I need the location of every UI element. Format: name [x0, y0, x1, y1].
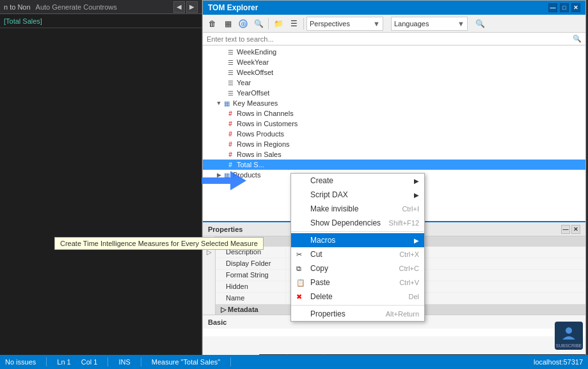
field-icon: ☰	[226, 58, 235, 67]
ctx-paste-icon: 📋	[296, 279, 306, 287]
list-item[interactable]: ▼ ▦ Key Measures	[203, 98, 585, 108]
tom-toolbar: 🗑 ▦ ⊕ 🔍 📁 ☰ Perspectives ▼ Languages ▼ 🔍	[203, 15, 585, 33]
item-label: WeekOffset	[237, 69, 273, 76]
tom-close-btn[interactable]: ✕	[571, 3, 580, 12]
table-icon: ▦	[222, 99, 231, 108]
status-sep-2	[107, 357, 108, 366]
ctx-sep-2	[291, 305, 424, 306]
measure-icon: #	[226, 129, 235, 138]
tom-titlebar: TOM Explorer — □ ✕	[203, 1, 585, 15]
ctx-paste[interactable]: 📋 Paste Ctrl+V	[291, 275, 424, 290]
perspectives-dropdown[interactable]: Perspectives ▼	[306, 17, 383, 31]
status-bar: No issues Ln 1 Col 1 INS Measure "Total …	[0, 355, 588, 369]
svg-text:⊕: ⊕	[241, 20, 246, 28]
languages-dropdown[interactable]: Languages ▼	[391, 17, 468, 31]
search-input[interactable]	[207, 35, 570, 43]
ctx-properties[interactable]: Properties Alt+Return	[291, 307, 424, 321]
field-icon: ☰	[226, 88, 235, 97]
field-icon: ☰	[226, 47, 235, 56]
ctx-macros[interactable]: Macros ▶	[291, 233, 424, 247]
left-header-text: n to Non	[4, 3, 31, 11]
ctx-copy-icon: ⧉	[296, 265, 306, 273]
toolbar-extra-btn[interactable]: 🔍	[473, 17, 487, 31]
list-item[interactable]: ☰ YearOffset	[203, 88, 585, 98]
item-label: YearOffset	[237, 89, 269, 97]
auto-generate-label: Auto Generate Countrows	[36, 3, 117, 11]
item-label: Rows in Sales	[237, 151, 282, 158]
formula-bar: [Total Sales]	[0, 14, 202, 28]
status-ins: INS	[118, 358, 130, 366]
ctx-delete-icon: ✖	[296, 293, 306, 301]
props-close-btn[interactable]: ✕	[571, 225, 580, 234]
list-item[interactable]: ☰ WeekYear	[203, 57, 585, 67]
ctx-create[interactable]: Create ▶	[291, 174, 424, 188]
toolbar-sep-1	[268, 18, 269, 29]
props-label-hidden: Hidden	[216, 281, 286, 292]
left-editor	[0, 28, 202, 341]
list-item[interactable]: ☰ Year	[203, 78, 585, 88]
status-no-issues: No issues	[5, 358, 36, 366]
ctx-make-invisible[interactable]: Make invisible Ctrl+I	[291, 202, 424, 216]
props-controls: — ✕	[561, 225, 580, 234]
search-icon: 🔍	[573, 35, 582, 43]
tom-search-bar: 🔍	[203, 33, 585, 45]
props-label-display-folder: Display Folder	[216, 258, 286, 269]
nav-back-btn[interactable]: ◀	[173, 1, 185, 13]
measure-icon: #	[226, 119, 235, 128]
toolbar-sep-2	[303, 18, 304, 29]
item-label: Rows in Channels	[237, 110, 294, 117]
list-item[interactable]: # Rows in Sales	[203, 149, 585, 160]
ctx-cut[interactable]: ✂ Cut Ctrl+X	[291, 247, 424, 261]
list-item[interactable]: ☰ WeekOffset	[203, 67, 585, 78]
toolbar-delete-btn[interactable]: 🗑	[205, 17, 219, 31]
list-item-total-sales[interactable]: # Total S...	[203, 160, 585, 170]
list-item[interactable]: # Rows in Channels	[203, 108, 585, 119]
toolbar-add-btn[interactable]: ⊕	[236, 17, 250, 31]
props-label-format-string: Format String	[216, 270, 286, 281]
status-server: localhost:57317	[534, 358, 583, 366]
list-item[interactable]: # Rows in Customers	[203, 119, 585, 129]
item-label: Rows in Customers	[237, 120, 298, 127]
status-ln: Ln 1	[57, 358, 70, 366]
field-icon: ☰	[226, 78, 235, 87]
ctx-sep-1	[291, 231, 424, 232]
nav-arrows: ◀ ▶	[173, 1, 198, 13]
ctx-copy[interactable]: ⧉ Copy Ctrl+C	[291, 261, 424, 275]
status-measure: Measure "Total Sales"	[152, 358, 220, 366]
svg-point-3	[566, 327, 572, 334]
context-menu: Create ▶ Script DAX ▶ Make invisible Ctr…	[290, 173, 425, 322]
ctx-show-dependencies[interactable]: Show Dependencies Shift+F12	[291, 216, 424, 230]
ctx-script-dax[interactable]: Script DAX ▶	[291, 188, 424, 202]
ctx-delete[interactable]: ✖ Delete Del	[291, 290, 424, 304]
toolbar-grid-btn[interactable]: ▦	[221, 17, 235, 31]
list-item[interactable]: # Rows in Regions	[203, 139, 585, 149]
props-minimize-btn[interactable]: —	[561, 225, 570, 234]
props-label-name: Name	[216, 293, 286, 304]
measure-icon: #	[226, 140, 235, 149]
status-sep-3	[141, 357, 141, 366]
expand-icon: ▼	[216, 100, 222, 106]
nav-forward-btn[interactable]: ▶	[186, 1, 198, 13]
list-item[interactable]: # Rows Products	[203, 129, 585, 139]
item-label: Rows in Regions	[237, 140, 290, 148]
list-item[interactable]: ☰ WeekEnding	[203, 47, 585, 57]
toolbar-search-btn[interactable]: 🔍	[251, 17, 266, 31]
toolbar-list-btn[interactable]: ☰	[287, 17, 301, 31]
tom-maximize-btn[interactable]: □	[560, 3, 569, 12]
left-panel: n to Non Auto Generate Countrows ◀ ▶ [To…	[0, 0, 202, 369]
toolbar-folder-btn[interactable]: 📁	[271, 17, 285, 31]
tooltip-bar: Create Time Intelligence Measures for Ev…	[54, 237, 264, 250]
status-sep-4	[230, 357, 231, 366]
blue-arrow-indicator	[202, 168, 240, 193]
field-icon: ☰	[226, 68, 235, 77]
item-label: WeekYear	[237, 58, 269, 66]
svg-marker-2	[202, 171, 246, 190]
props-title: Properties	[208, 226, 242, 233]
tom-titlebar-controls: — □ ✕	[548, 3, 580, 12]
left-header: n to Non Auto Generate Countrows ◀ ▶	[0, 0, 202, 14]
tooltip-text: Create Time Intelligence Measures for Ev…	[60, 240, 258, 247]
item-label: Key Measures	[233, 99, 278, 107]
item-label: Year	[237, 79, 251, 86]
subscribe-icon[interactable]: SUBSCRIBE	[555, 322, 583, 350]
tom-minimize-btn[interactable]: —	[548, 3, 557, 12]
